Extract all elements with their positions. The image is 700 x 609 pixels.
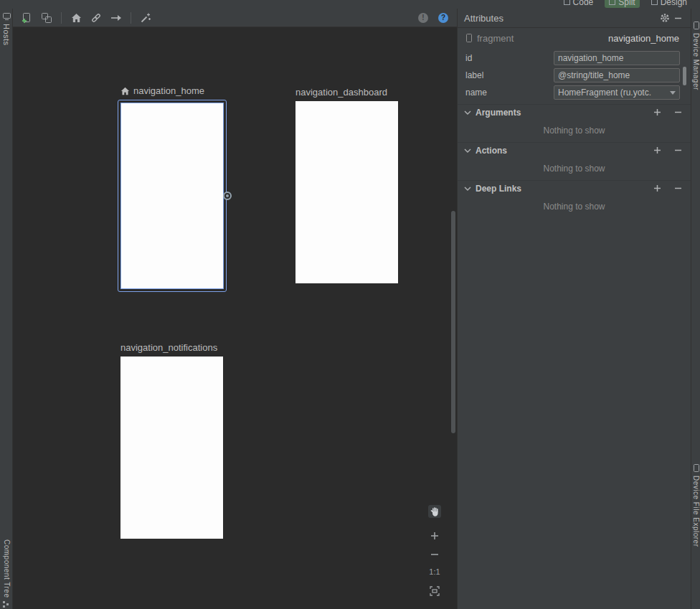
- fragment-navigation-dashboard[interactable]: navigation_dashboard: [295, 87, 398, 283]
- fit-screen-icon: [430, 586, 440, 596]
- canvas-toolbar: ! ?: [13, 9, 457, 27]
- hosts-icon: [3, 13, 11, 20]
- minus-icon: [674, 108, 682, 116]
- nested-graph-icon: [41, 12, 52, 24]
- canvas-vertical-scrollbar[interactable]: [451, 211, 455, 433]
- label-field-label: label: [465, 70, 554, 80]
- component-summary-row: fragment navigation_home: [465, 32, 679, 44]
- field-row-name: name HomeFragment (ru.yotc.: [465, 85, 679, 100]
- component-id-value: navigation_home: [608, 33, 679, 44]
- action-handle[interactable]: [223, 192, 232, 200]
- link-icon: [90, 12, 102, 24]
- fragment-navigation-notifications[interactable]: navigation_notifications: [120, 342, 223, 539]
- minus-icon: [430, 550, 439, 559]
- warning-icon: !: [418, 13, 428, 23]
- action-button[interactable]: [108, 11, 124, 25]
- navigation-editor-window: Code Split Design Hosts Component Tree D…: [0, 0, 700, 609]
- section-arguments-title: Arguments: [476, 108, 521, 118]
- minus-icon: [674, 184, 682, 192]
- section-deep-links-header[interactable]: Deep Links: [458, 180, 691, 196]
- deep-links-empty-text: Nothing to show: [458, 196, 691, 218]
- arrow-right-icon: [110, 14, 122, 22]
- component-type-label: fragment: [477, 33, 514, 44]
- chevron-down-icon: [464, 186, 471, 192]
- attribute-sections: Arguments Nothing to show Actions Nothin…: [458, 104, 691, 218]
- attributes-scrollbar-thumb[interactable]: [683, 67, 686, 85]
- minimize-icon: [674, 14, 682, 22]
- deep-link-button[interactable]: [88, 11, 104, 25]
- tab-design-label: Design: [661, 0, 687, 7]
- device-manager-icon: [694, 22, 699, 29]
- remove-deep-link-button[interactable]: [671, 182, 684, 195]
- name-select-value: HomeFragment (ru.yotc.: [558, 88, 667, 98]
- left-tool-strip: Hosts Component Tree: [0, 9, 13, 609]
- fragment-navigation-home[interactable]: navigation_home: [118, 85, 227, 292]
- editor-mode-bar: Code Split Design: [0, 0, 700, 9]
- panel-minimize-button[interactable]: [671, 11, 684, 24]
- assign-start-destination-button[interactable]: [68, 11, 84, 25]
- start-destination-home-icon: [120, 87, 130, 95]
- fragment-preview: [120, 103, 224, 289]
- fragment-frame-selected[interactable]: [118, 100, 227, 292]
- id-input[interactable]: [554, 51, 680, 65]
- right-tool-strip: Device Manager Device File Explorer: [691, 9, 700, 609]
- name-field-label: name: [465, 88, 554, 98]
- split-icon: [609, 0, 615, 5]
- code-icon: [564, 0, 570, 5]
- zoom-to-fit-button[interactable]: [429, 585, 440, 597]
- label-input[interactable]: [554, 68, 680, 82]
- toolbar-separator: [131, 12, 131, 24]
- design-canvas[interactable]: navigation_home navigation_dashboard nav…: [13, 27, 457, 609]
- component-tree-icon: [3, 601, 10, 608]
- section-deep-links-title: Deep Links: [476, 184, 521, 194]
- section-arguments-header[interactable]: Arguments: [458, 104, 691, 120]
- gear-icon: [660, 13, 670, 23]
- tool-tab-hosts[interactable]: Hosts: [0, 13, 13, 46]
- tool-tab-component-tree[interactable]: Component Tree: [0, 539, 13, 608]
- tool-tab-hosts-label: Hosts: [2, 24, 11, 46]
- plus-icon: [653, 146, 661, 154]
- auto-arrange-button[interactable]: [138, 11, 153, 25]
- actions-empty-text: Nothing to show: [458, 158, 691, 180]
- field-row-label: label: [465, 67, 679, 83]
- tab-design[interactable]: Design: [647, 0, 691, 8]
- fragment-icon: [465, 33, 473, 43]
- tab-code-label: Code: [573, 0, 594, 7]
- arguments-empty-text: Nothing to show: [458, 120, 691, 142]
- name-select[interactable]: HomeFragment (ru.yotc.: [554, 85, 680, 100]
- section-actions-header[interactable]: Actions: [458, 142, 691, 158]
- design-icon: [651, 0, 658, 5]
- fragment-label: navigation_dashboard: [295, 87, 387, 98]
- new-destination-button[interactable]: [19, 11, 34, 25]
- add-deep-link-button[interactable]: [651, 182, 663, 195]
- tool-tab-component-tree-label: Component Tree: [3, 539, 11, 598]
- remove-argument-button[interactable]: [671, 106, 684, 119]
- zoom-in-button[interactable]: [429, 530, 440, 542]
- errors-indicator[interactable]: !: [415, 11, 431, 25]
- chevron-down-icon: [464, 148, 471, 154]
- fragment-preview[interactable]: [295, 101, 398, 283]
- hand-icon: [430, 507, 440, 516]
- remove-action-button[interactable]: [671, 144, 684, 157]
- tab-split[interactable]: Split: [605, 0, 639, 8]
- zoom-out-button[interactable]: [429, 549, 440, 560]
- home-icon: [71, 13, 82, 23]
- help-button[interactable]: ?: [435, 11, 451, 25]
- tool-tab-device-file-explorer-label: Device File Explorer: [692, 476, 700, 547]
- add-argument-button[interactable]: [651, 106, 663, 119]
- plus-icon: [653, 108, 661, 116]
- device-file-explorer-icon: [694, 464, 699, 472]
- tab-code[interactable]: Code: [559, 0, 598, 8]
- fragment-preview[interactable]: [120, 357, 223, 539]
- add-action-button[interactable]: [651, 144, 663, 157]
- chevron-down-icon: [670, 91, 676, 95]
- tool-tab-device-manager[interactable]: Device Manager: [691, 22, 700, 90]
- pan-tool-button[interactable]: [428, 505, 441, 518]
- tool-tab-device-file-explorer[interactable]: Device File Explorer: [691, 464, 700, 547]
- tab-split-label: Split: [618, 0, 635, 7]
- panel-settings-button[interactable]: [658, 11, 671, 24]
- attributes-panel: Attributes fragment navigation_home id l…: [457, 9, 691, 609]
- nested-graph-button[interactable]: [39, 11, 55, 25]
- help-icon: ?: [438, 13, 448, 23]
- zoom-scale-label[interactable]: 1:1: [427, 567, 443, 576]
